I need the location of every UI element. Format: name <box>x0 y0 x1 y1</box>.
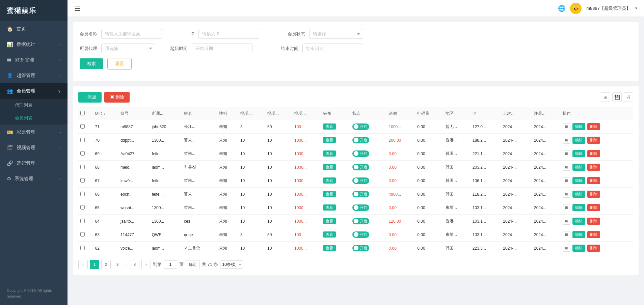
reset-button[interactable]: 重置 <box>107 58 132 70</box>
row-edit-button[interactable]: 编辑 <box>572 123 585 130</box>
avatar-view-button[interactable]: 查看 <box>323 245 336 251</box>
sidebar-item-finance[interactable]: 🏛 财务管理 › <box>0 52 68 68</box>
avatar-view-button[interactable]: 查看 <box>323 150 336 157</box>
row-settings-button[interactable]: ⊞ <box>563 204 570 211</box>
batch-delete-button[interactable]: ▣ 删除 <box>104 92 130 103</box>
row-checkbox[interactable] <box>80 165 85 169</box>
avatar-view-button[interactable]: 查看 <box>323 177 336 184</box>
status-toggle[interactable]: 开启 <box>352 191 369 197</box>
status-select[interactable]: 请选择 <box>309 29 363 39</box>
row-settings-button[interactable]: ⊞ <box>563 177 570 184</box>
export-button[interactable]: 💾 <box>612 92 622 102</box>
row-delete-button[interactable]: 删除 <box>587 177 600 184</box>
row-edit-button[interactable]: 编辑 <box>572 204 585 211</box>
sidebar-item-data-stats[interactable]: 📊 数据统计 › <box>0 37 68 52</box>
sidebar-item-super-admin[interactable]: 👤 超管管理 › <box>0 68 68 83</box>
row-settings-button[interactable]: ⊞ <box>563 164 570 171</box>
sidebar-item-agent-list[interactable]: 代理列表 <box>0 99 68 112</box>
agent-select[interactable]: 请选择 <box>101 44 155 53</box>
avatar-view-button[interactable]: 查看 <box>323 204 336 211</box>
menu-toggle-button[interactable]: ☰ <box>74 4 80 12</box>
row-delete-button[interactable]: 删除 <box>587 150 600 157</box>
row-settings-button[interactable]: ⊞ <box>563 245 570 252</box>
search-button[interactable]: 检索 <box>80 58 103 69</box>
row-edit-button[interactable]: 编辑 <box>572 218 585 225</box>
avatar-view-button[interactable]: 查看 <box>323 137 336 143</box>
code-header: 打码量 <box>415 107 444 120</box>
grid-view-button[interactable]: ⊞ <box>601 92 610 102</box>
page-3-button[interactable]: 3 <box>113 260 122 269</box>
language-icon[interactable]: 🌐 <box>558 5 565 12</box>
sidebar-item-video[interactable]: 🎬 视频管理 › <box>0 140 68 156</box>
row-checkbox[interactable] <box>80 178 85 183</box>
row-edit-button[interactable]: 编辑 <box>572 231 585 238</box>
status-toggle[interactable]: 开启 <box>352 177 369 184</box>
page-1-button[interactable]: 1 <box>90 260 99 269</box>
sidebar-item-system[interactable]: ⚙ 系统管理 › <box>0 171 68 187</box>
add-button[interactable]: + 添加 <box>78 92 102 103</box>
sidebar-item-member-mgmt[interactable]: 👥 会员管理 ∨ <box>0 83 68 99</box>
page-2-button[interactable]: 2 <box>101 260 111 269</box>
prev-page-button[interactable]: ‹ <box>78 260 88 269</box>
row-checkbox[interactable] <box>80 151 85 156</box>
row-edit-button[interactable]: 编辑 <box>572 191 585 198</box>
status-toggle[interactable]: 开启 <box>352 245 369 251</box>
print-button[interactable]: 🖨 <box>624 92 633 102</box>
row-settings-button[interactable]: ⊞ <box>563 218 570 225</box>
avatar-view-button[interactable]: 查看 <box>323 191 336 197</box>
row-settings-button[interactable]: ⊞ <box>563 191 570 198</box>
sidebar-item-member-list[interactable]: 会员列表 <box>0 112 68 124</box>
row-checkbox[interactable] <box>80 124 85 129</box>
avatar-view-button[interactable]: 查看 <box>323 123 336 130</box>
row-checkbox[interactable] <box>80 232 85 237</box>
row-checkbox[interactable] <box>80 246 85 250</box>
row-edit-button[interactable]: 编辑 <box>572 137 585 144</box>
row-edit-button[interactable]: 编辑 <box>572 245 585 252</box>
sidebar-item-election[interactable]: 🔗 选妃管理 <box>0 156 68 171</box>
status-toggle[interactable]: 开启 <box>352 123 369 130</box>
member-name-input[interactable] <box>101 29 162 39</box>
row-checkbox[interactable] <box>80 138 85 142</box>
row-edit-button[interactable]: 编辑 <box>572 164 585 171</box>
row-delete-button[interactable]: 删除 <box>587 231 600 238</box>
start-time-input[interactable] <box>192 44 252 53</box>
row-delete-button[interactable]: 删除 <box>587 204 600 211</box>
row-settings-button[interactable]: ⊞ <box>563 231 570 238</box>
select-all-checkbox[interactable] <box>80 111 85 115</box>
status-toggle[interactable]: 开启 <box>352 137 369 143</box>
row-edit-button[interactable]: 编辑 <box>572 150 585 157</box>
row-edit-button[interactable]: 编辑 <box>572 177 585 184</box>
status-toggle[interactable]: 开启 <box>352 164 369 170</box>
row-settings-button[interactable]: ⊞ <box>563 123 570 130</box>
row-checkbox[interactable] <box>80 205 85 210</box>
row-checkbox[interactable] <box>80 192 85 196</box>
row-delete-button[interactable]: 删除 <box>587 123 600 130</box>
row-checkbox[interactable] <box>80 219 85 223</box>
row-delete-button[interactable]: 删除 <box>587 191 600 198</box>
ip-input[interactable] <box>198 29 259 39</box>
row-delete-button[interactable]: 删除 <box>587 137 600 144</box>
status-toggle[interactable]: 开启 <box>352 218 369 224</box>
end-time-input[interactable] <box>302 44 363 53</box>
status-toggle[interactable]: 开启 <box>352 231 369 238</box>
goto-confirm-button[interactable]: 确定 <box>186 260 200 269</box>
row-settings-button[interactable]: ⊞ <box>563 150 570 157</box>
avatar-cell: 查看 <box>321 147 350 161</box>
goto-page-input[interactable] <box>164 260 177 269</box>
sidebar-item-home[interactable]: 🏠 首页 <box>0 21 68 37</box>
page-8-button[interactable]: 8 <box>130 260 139 269</box>
next-page-button[interactable]: › <box>141 260 151 269</box>
avatar[interactable]: 😺 <box>570 3 582 14</box>
per-page-select[interactable]: 10条/页 <box>220 260 243 269</box>
row-delete-button[interactable]: 删除 <box>587 164 600 171</box>
row-delete-button[interactable]: 删除 <box>587 218 600 225</box>
avatar-view-button[interactable]: 查看 <box>323 231 336 238</box>
sidebar-item-lottery[interactable]: 🎫 彩票管理 › <box>0 124 68 140</box>
status-toggle[interactable]: 开启 <box>352 150 369 157</box>
row-settings-button[interactable]: ⊞ <box>563 137 570 144</box>
avatar-view-button[interactable]: 查看 <box>323 218 336 224</box>
status-toggle[interactable]: 开启 <box>352 204 369 211</box>
user-dropdown-icon[interactable]: ▾ <box>635 6 637 10</box>
row-delete-button[interactable]: 删除 <box>587 245 600 252</box>
avatar-view-button[interactable]: 查看 <box>323 164 336 170</box>
